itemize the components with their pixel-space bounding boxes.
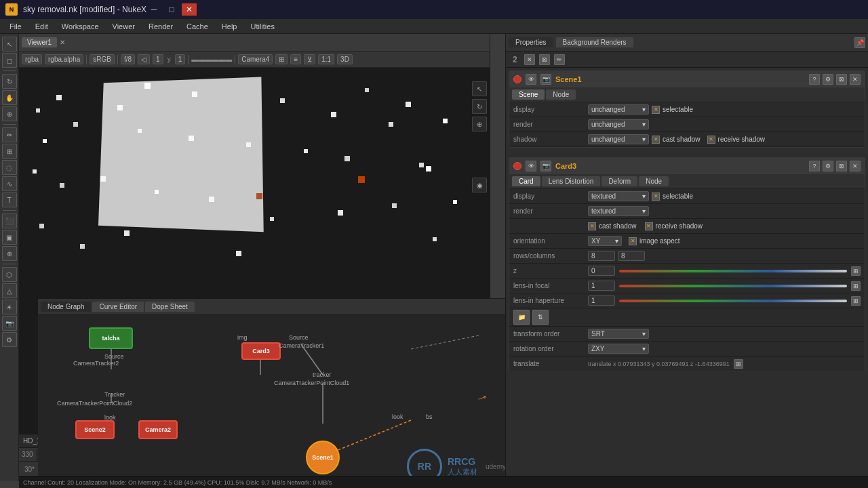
overlay-tool-1[interactable]: ↖ bbox=[472, 81, 487, 96]
haperture-slider-track[interactable] bbox=[619, 300, 847, 302]
menu-viewer[interactable]: Viewer bbox=[106, 21, 142, 32]
tab-dope-sheet[interactable]: Dope Sheet bbox=[145, 302, 195, 312]
pin-icon[interactable]: 📌 bbox=[854, 37, 865, 48]
node-talcha[interactable]: talcha bbox=[89, 327, 133, 349]
maximize-button[interactable]: □ bbox=[164, 3, 179, 16]
tool-geo[interactable]: △ bbox=[2, 283, 17, 298]
tool-paint[interactable]: ✏ bbox=[2, 127, 17, 142]
mode-3d[interactable]: 3D bbox=[337, 54, 353, 64]
scene1-dot-1[interactable] bbox=[513, 75, 521, 83]
scene1-receive-check[interactable] bbox=[707, 136, 715, 144]
scene1-display-check[interactable] bbox=[652, 106, 660, 114]
pencil-props[interactable]: ✏ bbox=[554, 54, 565, 65]
card3-cols-input[interactable] bbox=[618, 251, 645, 261]
ptab-lens-distortion[interactable]: Lens Distortion bbox=[542, 176, 601, 186]
tool-bezier[interactable]: ∿ bbox=[2, 176, 17, 191]
card3-rows-input[interactable] bbox=[588, 251, 615, 261]
scene1-camera[interactable]: 📷 bbox=[540, 74, 551, 85]
aperture-display[interactable]: f/8 bbox=[121, 54, 135, 64]
viewer-icons-3[interactable]: ⊻ bbox=[304, 54, 315, 64]
scene1-cast-check[interactable] bbox=[652, 136, 660, 144]
menu-utilities[interactable]: Utilities bbox=[243, 21, 281, 32]
menu-edit[interactable]: Edit bbox=[28, 21, 55, 32]
haperture-expand[interactable]: ⊞ bbox=[851, 296, 861, 306]
card3-rotation-dropdown[interactable]: ZXY▾ bbox=[588, 344, 649, 354]
card3-folder-btn[interactable]: 📁 bbox=[513, 310, 530, 325]
ptab-node[interactable]: Node bbox=[546, 89, 576, 100]
tool-cam[interactable]: 📷 bbox=[2, 316, 17, 331]
tool-track[interactable]: ⊕ bbox=[2, 246, 17, 261]
tab-curve-editor[interactable]: Curve Editor bbox=[92, 302, 144, 312]
y-value[interactable]: 1 bbox=[175, 54, 186, 64]
tool-pan[interactable]: ✋ bbox=[2, 90, 17, 105]
scene1-shadow-dropdown[interactable]: unchanged▾ bbox=[588, 134, 649, 144]
frame-num[interactable]: 1 bbox=[153, 54, 163, 64]
tab-node-graph[interactable]: Node Graph bbox=[41, 302, 91, 312]
scene1-header[interactable]: 👁 📷 Scene1 ? ⚙ ⊠ ✕ bbox=[509, 71, 865, 87]
rgba-selector[interactable]: rgba bbox=[22, 54, 42, 64]
node-scene1[interactable]: Scene1 bbox=[306, 441, 340, 474]
tab-bg-renders[interactable]: Background Renders bbox=[556, 37, 633, 47]
scene1-settings[interactable]: ⚙ bbox=[823, 74, 833, 85]
tool-roto[interactable]: ◌ bbox=[2, 160, 17, 175]
card3-gear[interactable]: ⚙ bbox=[823, 161, 833, 171]
tool-3d[interactable]: ⬡ bbox=[2, 267, 17, 282]
viewer-icons-2[interactable]: ≡ bbox=[290, 54, 301, 64]
scene1-render-dropdown[interactable]: unchanged▾ bbox=[588, 119, 649, 129]
card3-render-dropdown[interactable]: textured▾ bbox=[588, 206, 649, 216]
card3-q[interactable]: ? bbox=[809, 161, 820, 171]
overlay-tool-3[interactable]: ⊕ bbox=[472, 117, 487, 131]
card3-z-input[interactable] bbox=[588, 266, 615, 276]
menu-workspace[interactable]: Workspace bbox=[55, 21, 106, 32]
node-scene2[interactable]: Scene2 bbox=[75, 420, 115, 439]
card3-camera[interactable]: 📷 bbox=[540, 161, 551, 171]
camera-selector[interactable]: Camera4 bbox=[238, 54, 273, 64]
card3-header[interactable]: 👁 📷 Card3 ? ⚙ ⊠ ✕ bbox=[509, 158, 865, 174]
scene1-x[interactable]: ✕ bbox=[850, 74, 861, 85]
float-props[interactable]: ⊠ bbox=[539, 54, 550, 65]
scene1-float[interactable]: ⊠ bbox=[836, 74, 847, 85]
ptab-scene[interactable]: Scene bbox=[512, 89, 545, 100]
scene1-close[interactable]: ? bbox=[809, 74, 820, 85]
card3-orient-check[interactable] bbox=[629, 237, 637, 245]
menu-cache[interactable]: Cache bbox=[180, 21, 215, 32]
tool-clone[interactable]: ⊞ bbox=[2, 144, 17, 159]
viewer-close[interactable]: ✕ bbox=[60, 39, 65, 46]
ptab-card-node[interactable]: Node bbox=[639, 176, 669, 186]
z-expand[interactable]: ⊞ bbox=[851, 266, 861, 276]
card3-display-check[interactable] bbox=[652, 192, 660, 201]
zoom-level[interactable]: 1:1 bbox=[318, 54, 334, 64]
node-camera2[interactable]: Camera2 bbox=[138, 420, 178, 439]
tool-select[interactable]: ◻ bbox=[2, 53, 17, 68]
tool-zoom-tool[interactable]: ⊕ bbox=[2, 106, 17, 121]
menu-help[interactable]: Help bbox=[215, 21, 244, 32]
minimize-button[interactable]: ─ bbox=[146, 3, 161, 16]
card3-cast-check[interactable] bbox=[588, 222, 596, 230]
card3-float[interactable]: ⊠ bbox=[836, 161, 847, 171]
frame-prev[interactable]: ◁ bbox=[138, 54, 150, 64]
node-card3[interactable]: Card3 bbox=[241, 342, 281, 360]
card3-focal-input[interactable] bbox=[588, 281, 615, 291]
close-button[interactable]: ✕ bbox=[182, 3, 197, 16]
tool-settings[interactable]: ⚙ bbox=[2, 332, 17, 347]
z-slider-track[interactable] bbox=[619, 270, 847, 272]
focal-expand[interactable]: ⊞ bbox=[851, 281, 861, 291]
tool-text[interactable]: T bbox=[2, 192, 17, 207]
colorspace-selector[interactable]: sRGB bbox=[90, 54, 115, 64]
menu-render[interactable]: Render bbox=[142, 21, 180, 32]
card3-swap-btn[interactable]: ⇅ bbox=[532, 310, 549, 325]
node-graph-canvas[interactable]: talcha Source CameraTracker2 img Card3 S… bbox=[38, 315, 509, 487]
scene1-eye[interactable]: 👁 bbox=[526, 74, 536, 85]
viewer-icons-1[interactable]: ⊞ bbox=[275, 54, 288, 64]
tab-properties[interactable]: Properties bbox=[509, 37, 553, 47]
ptab-card[interactable]: Card bbox=[512, 176, 540, 186]
close-props[interactable]: ✕ bbox=[524, 54, 535, 65]
translate-expand[interactable]: ⊞ bbox=[734, 359, 743, 369]
card3-receive-check[interactable] bbox=[645, 222, 653, 230]
card3-eye[interactable]: 👁 bbox=[526, 161, 536, 171]
card3-haperture-input[interactable] bbox=[588, 296, 615, 306]
tool-rotate[interactable]: ↻ bbox=[2, 74, 17, 89]
alpha-selector[interactable]: rgba.alpha bbox=[45, 54, 83, 64]
viewer-tab[interactable]: Viewer1 bbox=[22, 37, 57, 47]
scene1-display-dropdown[interactable]: unchanged▾ bbox=[588, 104, 649, 115]
